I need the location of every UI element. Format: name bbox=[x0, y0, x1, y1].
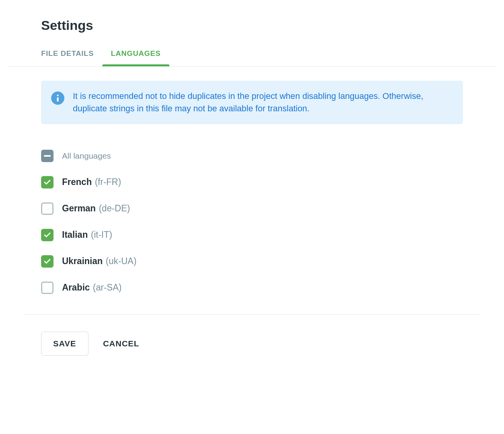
cancel-button[interactable]: CANCEL bbox=[100, 332, 143, 355]
tab-file-details[interactable]: FILE DETAILS bbox=[41, 49, 94, 66]
language-row-french[interactable]: French (fr-FR) bbox=[41, 169, 463, 195]
save-button[interactable]: SAVE bbox=[41, 332, 88, 356]
language-list: All languages French (fr-FR) German (de-… bbox=[41, 124, 463, 301]
checkbox-german[interactable] bbox=[41, 202, 54, 215]
all-languages-label: All languages bbox=[62, 151, 111, 161]
language-name: German bbox=[62, 203, 96, 214]
tab-bar: FILE DETAILS LANGUAGES bbox=[7, 33, 497, 67]
info-icon bbox=[51, 92, 64, 105]
tab-languages[interactable]: LANGUAGES bbox=[111, 49, 161, 66]
info-banner-text: It is recommended not to hide duplicates… bbox=[73, 90, 451, 115]
checkbox-ukrainian[interactable] bbox=[41, 255, 54, 268]
language-code: (de-DE) bbox=[99, 203, 130, 214]
language-row-german[interactable]: German (de-DE) bbox=[41, 195, 463, 222]
language-code: (ar-SA) bbox=[93, 282, 122, 293]
checkbox-french[interactable] bbox=[41, 176, 54, 188]
info-banner: It is recommended not to hide duplicates… bbox=[41, 81, 463, 124]
svg-rect-1 bbox=[57, 97, 59, 102]
page-title: Settings bbox=[24, 0, 480, 33]
checkbox-all-languages[interactable] bbox=[41, 150, 54, 162]
language-code: (uk-UA) bbox=[106, 256, 136, 266]
language-name: Arabic bbox=[62, 282, 90, 293]
svg-point-0 bbox=[57, 95, 59, 96]
checkbox-arabic[interactable] bbox=[41, 282, 54, 294]
language-row-ukrainian[interactable]: Ukrainian (uk-UA) bbox=[41, 248, 463, 275]
language-name: Ukrainian bbox=[62, 256, 103, 266]
language-row-italian[interactable]: Italian (it-IT) bbox=[41, 222, 463, 248]
language-row-arabic[interactable]: Arabic (ar-SA) bbox=[41, 275, 463, 301]
footer-actions: SAVE CANCEL bbox=[24, 314, 480, 373]
language-name: French bbox=[62, 177, 92, 187]
language-code: (fr-FR) bbox=[95, 177, 121, 187]
language-name: Italian bbox=[62, 230, 88, 240]
checkbox-italian[interactable] bbox=[41, 229, 54, 241]
language-code: (it-IT) bbox=[91, 230, 112, 240]
all-languages-row[interactable]: All languages bbox=[41, 143, 463, 169]
